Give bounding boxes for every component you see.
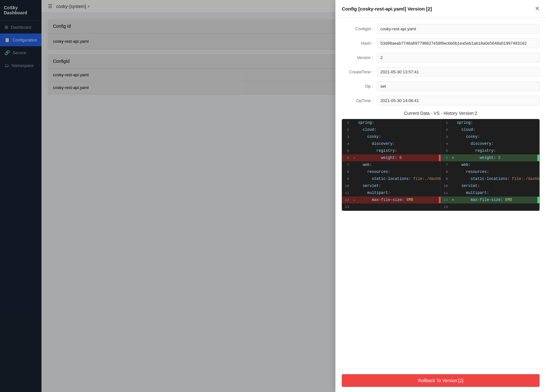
create-time-label: CreateTime : bbox=[342, 70, 377, 74]
diff-pane-current: 1spring:2 cloud:3 cosky:4 discovery:5 re… bbox=[342, 119, 441, 211]
config-id-input bbox=[377, 24, 540, 34]
modal-header: Config [cosky-rest-api.yaml] Version [2]… bbox=[335, 0, 546, 18]
hash-label: Hash : bbox=[342, 41, 377, 46]
version-input bbox=[377, 53, 540, 63]
modal-title: Config [cosky-rest-api.yaml] Version [2] bbox=[342, 6, 432, 11]
hash-field: Hash : bbox=[342, 38, 540, 48]
op-label: Op : bbox=[342, 84, 377, 89]
op-time-label: OpTime : bbox=[342, 98, 377, 103]
config-version-modal: Config [cosky-rest-api.yaml] Version [2]… bbox=[335, 0, 546, 392]
modal-footer: Rollback To Version:[2] bbox=[335, 369, 546, 392]
diff-pane-history: 1spring:2 cloud:3 cosky:4 discovery:5 re… bbox=[441, 119, 540, 211]
diff-title: Current Data - VS - History Version:2 bbox=[342, 111, 540, 116]
diff-container: 1spring:2 cloud:3 cosky:4 discovery:5 re… bbox=[342, 119, 540, 211]
modal-overlay: Config [cosky-rest-api.yaml] Version [2]… bbox=[0, 0, 546, 392]
rollback-button[interactable]: Rollback To Version:[2] bbox=[342, 374, 540, 387]
config-id-field: ConfigId : bbox=[342, 24, 540, 34]
op-field: Op : bbox=[342, 81, 540, 91]
config-id-label: ConfigId : bbox=[342, 26, 377, 31]
create-time-input bbox=[377, 67, 540, 77]
op-time-input bbox=[377, 96, 540, 106]
op-input bbox=[377, 81, 540, 91]
version-field: Version : bbox=[342, 53, 540, 63]
close-button[interactable]: ✕ bbox=[535, 5, 540, 12]
op-time-field: OpTime : bbox=[342, 96, 540, 106]
modal-body: ConfigId : Hash : Version : CreateTime :… bbox=[335, 18, 546, 369]
create-time-field: CreateTime : bbox=[342, 67, 540, 77]
hash-input bbox=[377, 38, 540, 48]
version-label: Version : bbox=[342, 55, 377, 60]
